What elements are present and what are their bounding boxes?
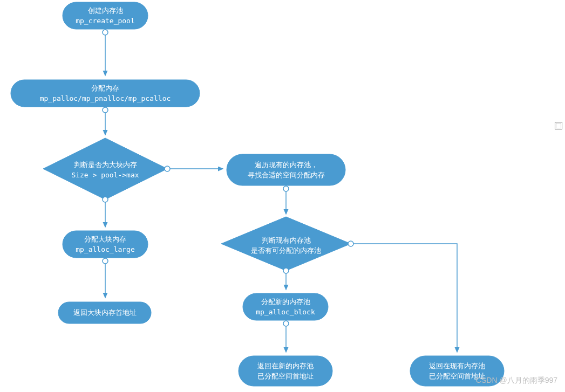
node-alloc-mem: 分配内存 mp_palloc/mp_pnalloc/mp_pcalloc — [11, 80, 200, 107]
text: 寻找合适的空间分配内存 — [248, 170, 325, 181]
text: Size > pool->max — [71, 170, 139, 181]
text: 分配内存 — [91, 83, 119, 94]
node-alloc-large: 分配大块内存 mp_alloc_large — [63, 231, 148, 258]
text: mp_alloc_block — [256, 307, 315, 318]
node-return-new: 返回在新的内存池 已分配空间首地址 — [239, 356, 332, 386]
node-decision-size: 判断是否为大块内存 Size > pool->max — [43, 151, 167, 189]
text: 创建内存池 — [88, 5, 123, 16]
svg-point-15 — [103, 197, 108, 202]
svg-point-11 — [103, 30, 108, 35]
text: 分配大块内存 — [84, 234, 126, 245]
svg-point-25 — [283, 321, 289, 326]
text: 判断是否为大块内存 — [74, 160, 137, 170]
node-create-pool: 创建内存池 mp_create_pool — [63, 2, 148, 29]
resize-handle-icon[interactable] — [555, 122, 562, 129]
text: mp_alloc_large — [76, 244, 135, 255]
node-alloc-block: 分配新的内存池 mp_alloc_block — [243, 293, 328, 320]
node-decision-pool: 判断现有内存池 是否有可分配的内存池 — [221, 226, 351, 264]
svg-point-13 — [103, 107, 108, 113]
text: 返回在新的内存池 — [257, 361, 314, 372]
text: 是否有可分配的内存池 — [251, 245, 321, 256]
svg-point-17 — [103, 258, 108, 264]
text: 已分配空间首地址 — [257, 371, 314, 382]
node-traverse: 遍历现有的内存池， 寻找合适的空间分配内存 — [227, 154, 345, 185]
text: 返回在现有内存池 — [429, 361, 485, 372]
svg-point-21 — [283, 186, 289, 191]
svg-point-23 — [283, 268, 289, 273]
text: mp_create_pool — [76, 16, 135, 26]
node-return-large: 返回大块内存首地址 — [58, 302, 151, 324]
text: 分配新的内存池 — [261, 297, 310, 307]
text: mp_palloc/mp_pnalloc/mp_pcalloc — [40, 93, 171, 104]
text: 判断现有内存池 — [262, 235, 311, 246]
text: 遍历现有的内存池， — [255, 160, 318, 170]
text: 返回大块内存首地址 — [73, 307, 137, 318]
flowchart-svg — [0, 0, 565, 392]
watermark: CSDN @八月的雨季997 — [476, 376, 557, 386]
